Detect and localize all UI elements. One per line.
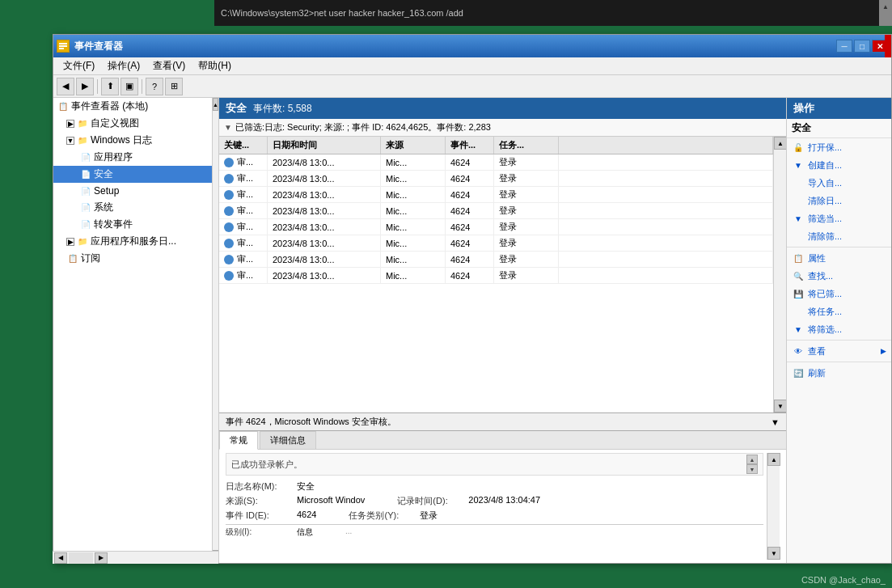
table-scroll-up-btn[interactable]: ▲ (774, 137, 786, 150)
detail-tabs: 常规 详细信息 (219, 431, 786, 450)
extra-button[interactable]: ⊞ (165, 78, 183, 95)
menu-view[interactable]: 查看(V) (146, 57, 192, 74)
action-properties-btn[interactable]: 📋 属性 (787, 249, 891, 267)
detail-top-scroll-up[interactable]: ▲ (746, 455, 758, 464)
td-task-4: 登录 (494, 219, 559, 235)
field-value-recordtime: 2023/4/8 13:04:47 (468, 495, 540, 507)
td-task-7: 登录 (494, 268, 559, 283)
table-row[interactable]: 审... 2023/4/8 13:0... Mic... 4624 登录 (219, 171, 773, 187)
td-task-0: 登录 (494, 154, 559, 170)
td-datetime-7: 2023/4/8 13:0... (268, 268, 381, 283)
sidebar-item-security[interactable]: 📄 安全 (53, 166, 212, 183)
sidebar-item-system[interactable]: 📄 系统 (53, 199, 212, 216)
sidebar-bottom-bar: ◀ ▶ (53, 551, 218, 564)
td-keyword-7: 审... (219, 268, 268, 283)
action-filter-current-btn[interactable]: ▼ 筛选当... (787, 209, 891, 227)
audit-icon-0 (224, 158, 234, 167)
sidebar-item-custom-label: 自定义视图 (91, 116, 139, 130)
action-clear-filter-btn[interactable]: 清除筛... (787, 227, 891, 245)
menu-help[interactable]: 帮助(H) (192, 57, 238, 74)
detail-field-row-3: 事件 ID(E): 4624 任务类别(Y): 登录 (226, 510, 763, 522)
sidebar-bottom-btns: ◀ ▶ (54, 552, 108, 564)
subscriptions-icon: 📋 (66, 252, 79, 265)
table-row[interactable]: 审... 2023/4/8 13:0... Mic... 4624 登录 (219, 187, 773, 203)
action-find-btn[interactable]: 🔍 查找... (787, 267, 891, 285)
watermark: CSDN @Jack_chao_ (801, 575, 886, 585)
action-refresh-btn[interactable]: 🔄 刷新 (787, 364, 891, 382)
up-button[interactable]: ⬆ (101, 78, 119, 95)
table-row[interactable]: 审... 2023/4/8 13:0... Mic... 4624 登录 (219, 252, 773, 268)
table-row[interactable]: 审... 2023/4/8 13:0... Mic... 4624 登录 (219, 154, 773, 171)
minimize-button[interactable]: ─ (836, 40, 852, 53)
detail-scrollbar[interactable]: ▲ ▼ (767, 453, 780, 560)
custom-expand[interactable]: ▶ (66, 120, 74, 128)
table-row[interactable]: 审... 2023/4/8 13:0... Mic... 4624 登录 (219, 235, 773, 252)
sidebar-item-winlogs[interactable]: ▼ 📁 Windows 日志 (53, 132, 212, 149)
sidebar-item-setup[interactable]: 📄 Setup (53, 183, 212, 199)
winlogs-expand[interactable]: ▼ (66, 137, 74, 145)
table-scroll-down-btn[interactable]: ▼ (774, 400, 786, 412)
forward-button[interactable]: ▶ (76, 78, 94, 95)
col-task[interactable]: 任务... (494, 137, 559, 154)
action-create-custom-btn[interactable]: ▼ 创建自... (787, 156, 891, 174)
detail-expand-icon[interactable]: ▼ (771, 417, 780, 427)
table-scrollbar[interactable]: ▲ ▼ (773, 137, 786, 412)
action-filter-save-icon: ▼ (792, 323, 805, 336)
detail-top-scrollbar[interactable]: ▲ ▼ (746, 455, 758, 474)
table-row[interactable]: 审... 2023/4/8 13:0... Mic... 4624 登录 (219, 203, 773, 219)
sidebar-scrollbar[interactable]: ▲ ▼ (212, 98, 218, 563)
action-open-btn[interactable]: 🔓 打开保... (787, 138, 891, 156)
detail-scroll-up-btn[interactable]: ▲ (767, 453, 780, 466)
td-extra-0 (559, 154, 773, 170)
sidebar-item-local[interactable]: 📋 事件查看器 (本地) (53, 98, 212, 115)
sidebar-right-btn[interactable]: ▶ (95, 552, 108, 564)
help-button[interactable]: ? (146, 78, 163, 95)
action-import-btn[interactable]: 导入自... (787, 174, 891, 192)
sidebar-left-btn[interactable]: ◀ (54, 552, 67, 564)
tab-general[interactable]: 常规 (219, 431, 258, 450)
action-find-label: 查找... (808, 270, 833, 282)
maximize-button[interactable]: □ (854, 40, 870, 53)
col-eventid[interactable]: 事件... (446, 137, 494, 154)
detail-scroll-down-btn[interactable]: ▼ (767, 547, 780, 560)
action-clear-btn[interactable]: 清除日... (787, 192, 891, 209)
setup-log-icon: 📄 (79, 184, 92, 197)
col-source[interactable]: 来源 (381, 137, 446, 154)
td-extra-6 (559, 252, 773, 267)
sidebar-item-fwd-label: 转发事件 (94, 218, 133, 231)
sidebar-item-subscriptions[interactable]: 📋 订阅 (53, 250, 212, 267)
back-button[interactable]: ◀ (57, 78, 74, 95)
show-hide-btn[interactable]: ▣ (120, 78, 138, 95)
action-save-filtered-btn[interactable]: 💾 将已筛... (787, 285, 891, 302)
col-keyword[interactable]: 关键... (219, 137, 268, 154)
action-task-attach-btn[interactable]: 将任务... (787, 302, 891, 320)
sidebar-item-appsvclogs[interactable]: ▶ 📁 应用程序和服务日... (53, 233, 212, 250)
detail-top-area: 已成功登录帐户。 ▲ ▼ (226, 453, 763, 476)
col-datetime[interactable]: 日期和时间 (268, 137, 381, 154)
table-inner: 关键... 日期和时间 来源 事件... 任务... 审... 2023/4/8… (219, 137, 773, 412)
tab-detail[interactable]: 详细信息 (260, 431, 316, 449)
td-extra-5 (559, 235, 773, 251)
table-row[interactable]: 审... 2023/4/8 13:0... Mic... 4624 登录 (219, 219, 773, 235)
action-view-label: 查看 (808, 345, 826, 357)
terminal-scrollbar[interactable]: ▲ (879, 0, 892, 26)
main-content: 📋 事件查看器 (本地) ▶ 📁 自定义视图 ▼ 📁 Windows 日志 (53, 98, 891, 563)
menu-file[interactable]: 文件(F) (57, 57, 101, 74)
audit-icon-3 (224, 206, 234, 216)
terminal-scroll-up[interactable]: ▲ (879, 0, 892, 13)
sidebar-item-app[interactable]: 📄 应用程序 (53, 149, 212, 166)
sidebar-scroll-up-btn[interactable]: ▲ (213, 98, 218, 111)
appsvclogs-expand[interactable]: ▶ (66, 238, 74, 246)
sidebar-item-custom[interactable]: ▶ 📁 自定义视图 (53, 115, 212, 132)
sidebar-item-fwd[interactable]: 📄 转发事件 (53, 216, 212, 233)
audit-icon-5 (224, 239, 234, 248)
menu-action[interactable]: 操作(A) (101, 57, 146, 74)
table-row[interactable]: 审... 2023/4/8 13:0... Mic... 4624 登录 (219, 268, 773, 284)
td-datetime-3: 2023/4/8 13:0... (268, 203, 381, 218)
app-icon (57, 40, 70, 53)
detail-content: 已成功登录帐户。 ▲ ▼ 日志名称(M): 安全 (219, 450, 786, 563)
action-sep-2 (787, 340, 891, 341)
detail-top-scroll-down[interactable]: ▼ (746, 464, 758, 474)
action-filter-save-btn[interactable]: ▼ 将筛选... (787, 320, 891, 338)
action-view-btn[interactable]: 👁 查看 ▶ (787, 342, 891, 360)
